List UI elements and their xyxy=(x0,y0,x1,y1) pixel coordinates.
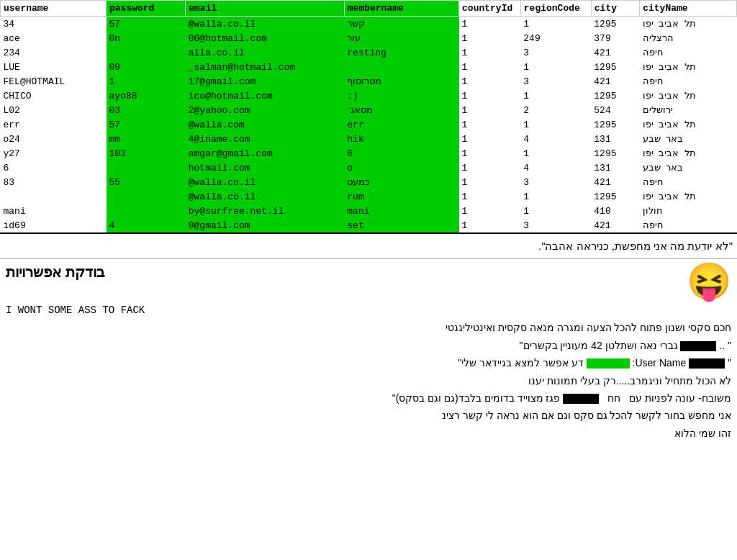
table-cell: 3 xyxy=(520,218,591,232)
table-row: maniby@surfree.net.ilmani11410חולון xyxy=(1,204,737,218)
table-cell: @walla.com xyxy=(186,117,345,132)
table-row: LUE09_salman@hotmail.com111295תל אביב יפ… xyxy=(1,60,737,74)
green-highlight xyxy=(587,358,630,369)
table-cell xyxy=(107,204,186,218)
table-cell: L02 xyxy=(1,103,107,117)
table-row: 8355@walla.co.ilכמעט13421חיפה xyxy=(1,175,737,189)
table-cell: 83 xyxy=(1,175,107,189)
table-cell: 410 xyxy=(591,204,639,218)
table-cell: resting xyxy=(344,45,458,60)
table-row: 6hotmail.como14131באר שבע xyxy=(1,161,737,175)
table-cell: חיפה xyxy=(640,74,737,89)
table-cell: 1295 xyxy=(591,89,639,103)
table-cell: 1 xyxy=(459,117,521,132)
table-cell: LUE xyxy=(1,60,107,74)
table-cell: 1295 xyxy=(591,117,639,132)
table-cell: 1 xyxy=(520,17,591,32)
table-row: id6949@gmail.comset13421חיפה xyxy=(1,218,737,232)
table-cell: err xyxy=(1,117,107,132)
table-cell: @walla.co.il xyxy=(186,189,345,204)
table-cell: mani xyxy=(344,204,458,218)
table-cell xyxy=(344,60,458,74)
table-cell: 1295 xyxy=(591,17,639,32)
table-cell: 421 xyxy=(591,218,639,232)
line4: " User Name: דע אפשר למצא בגיידאר שלי" xyxy=(6,355,731,371)
table-cell: באר שבע xyxy=(640,161,737,175)
censored-3 xyxy=(563,394,599,404)
table-cell: 9@gmail.com xyxy=(186,218,345,232)
line6: משובח- עונה לפניות עם חח פגז מצוייד בדומ… xyxy=(6,390,731,406)
table-cell: 4 xyxy=(520,132,591,146)
table-cell xyxy=(1,189,107,204)
table-cell: 17@gmail.com xyxy=(186,74,345,89)
table-cell: תל אביב יפו xyxy=(640,117,737,132)
table-cell xyxy=(107,189,186,204)
table-cell: תל אביב יפו xyxy=(640,60,737,74)
bottom-header: בודקת אפשרויות 😝 xyxy=(6,263,731,299)
table-cell: alla.co.il xyxy=(186,45,345,60)
table-cell: תל אביב יפו xyxy=(640,146,737,161)
censored-1 xyxy=(680,341,716,351)
table-cell: 421 xyxy=(591,175,639,189)
line8: זהו שמי הלוא xyxy=(6,425,731,441)
table-cell: 6 xyxy=(1,161,107,175)
table-cell: 3 xyxy=(520,45,591,60)
table-cell: 09 xyxy=(107,60,186,74)
table-cell: rum xyxy=(344,189,458,204)
table-cell: o24 xyxy=(1,132,107,146)
table-row: err57@walla.comerr111295תל אביב יפו xyxy=(1,117,737,132)
table-cell: חיפה xyxy=(640,45,737,60)
table-cell: 00@hotmail.com xyxy=(186,31,345,45)
table-cell: set xyxy=(344,218,458,232)
table-cell: 57 xyxy=(107,117,186,132)
table-cell: 34 xyxy=(1,17,107,32)
table-cell: CHICO xyxy=(1,89,107,103)
line5: לא הכול מתחיל וניגמרב.....רק בעלי תמונות… xyxy=(6,373,731,389)
table-cell: 1 xyxy=(520,189,591,204)
table-cell: hotmail.com xyxy=(186,161,345,175)
table-row: 234alla.co.ilresting13421חיפה xyxy=(1,45,737,60)
data-table-section: username password email membername count… xyxy=(0,0,737,234)
table-cell: 2 xyxy=(520,103,591,117)
table-cell: FEL@HOTMAIL xyxy=(1,74,107,89)
table-cell: 1 xyxy=(459,89,521,103)
table-cell: תל אביב יפו xyxy=(640,189,737,204)
header-email: email xyxy=(186,1,345,17)
table-cell: :) xyxy=(344,89,458,103)
table-cell xyxy=(107,161,186,175)
table-cell: 4@iname.com xyxy=(186,132,345,146)
table-cell: 249 xyxy=(520,31,591,45)
table-cell: o xyxy=(344,161,458,175)
table-cell: חיפה xyxy=(640,218,737,232)
header-password: password xyxy=(107,1,186,17)
line1: I WONT SOME ASS TO FACK xyxy=(6,302,731,318)
table-cell: 3 xyxy=(520,175,591,189)
table-cell: id69 xyxy=(1,218,107,232)
table-cell: 1 xyxy=(520,60,591,74)
table-cell: באר שבע xyxy=(640,132,737,146)
table-cell: תל אביב יפו xyxy=(640,89,737,103)
table-cell: @walla.co.il xyxy=(186,175,345,189)
table-cell: 3 xyxy=(520,74,591,89)
header-membername: membername xyxy=(344,1,458,17)
table-row: y27103amgar@gmail.com6111295תל אביב יפו xyxy=(1,146,737,161)
table-cell: 1 xyxy=(520,146,591,161)
table-row: o24mm4@iname.comhik14131באר שבע xyxy=(1,132,737,146)
table-cell: חיפה xyxy=(640,175,737,189)
table-cell: 4 xyxy=(520,161,591,175)
table-cell: 1 xyxy=(459,60,521,74)
table-cell: מטרוסוף xyxy=(344,74,458,89)
table-cell: 1 xyxy=(459,103,521,117)
table-cell: y27 xyxy=(1,146,107,161)
table-cell: 524 xyxy=(591,103,639,117)
header-city: city xyxy=(591,1,639,17)
table-cell: 234 xyxy=(1,45,107,60)
header-countryid: countryId xyxy=(459,1,521,17)
table-cell: 1295 xyxy=(591,189,639,204)
table-cell: קשר xyxy=(344,17,458,32)
bottom-section: בודקת אפשרויות 😝 I WONT SOME ASS TO FACK… xyxy=(0,259,737,447)
line3: " .. גברי נאה ושתלטן 42 מעוניין בקשרים" xyxy=(6,338,731,353)
table-cell: 1295 xyxy=(591,60,639,74)
table-cell: 1 xyxy=(459,161,521,175)
table-cell: 379 xyxy=(591,31,639,45)
